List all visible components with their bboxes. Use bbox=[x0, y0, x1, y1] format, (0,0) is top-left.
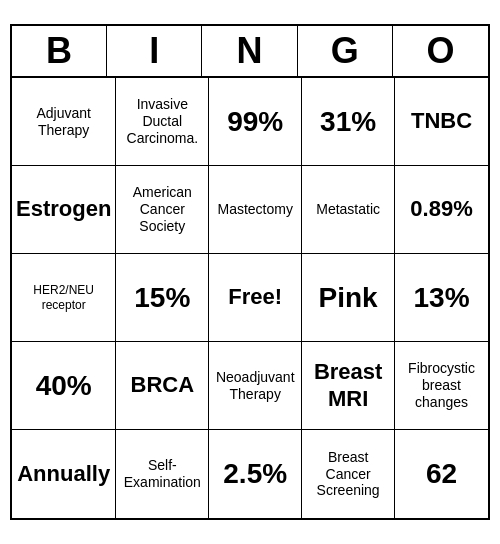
bingo-cell: Breast Cancer Screening bbox=[302, 430, 395, 518]
bingo-cell: BRCA bbox=[116, 342, 209, 430]
bingo-cell: Self-Examination bbox=[116, 430, 209, 518]
bingo-cell: 40% bbox=[12, 342, 116, 430]
header-letter: G bbox=[298, 26, 393, 76]
bingo-card: BINGO Adjuvant TherapyInvasive Ductal Ca… bbox=[10, 24, 490, 520]
bingo-cell: 15% bbox=[116, 254, 209, 342]
header-letter: O bbox=[393, 26, 488, 76]
bingo-cell: Mastectomy bbox=[209, 166, 302, 254]
bingo-cell: American Cancer Society bbox=[116, 166, 209, 254]
bingo-cell: 31% bbox=[302, 78, 395, 166]
bingo-cell: Invasive Ductal Carcinoma. bbox=[116, 78, 209, 166]
header-letter: B bbox=[12, 26, 107, 76]
bingo-header: BINGO bbox=[12, 26, 488, 78]
bingo-cell: HER2/NEU receptor bbox=[12, 254, 116, 342]
bingo-cell: 62 bbox=[395, 430, 488, 518]
header-letter: N bbox=[202, 26, 297, 76]
bingo-cell: Annually bbox=[12, 430, 116, 518]
bingo-cell: 99% bbox=[209, 78, 302, 166]
bingo-cell: Adjuvant Therapy bbox=[12, 78, 116, 166]
header-letter: I bbox=[107, 26, 202, 76]
bingo-cell: Breast MRI bbox=[302, 342, 395, 430]
bingo-cell: Metastatic bbox=[302, 166, 395, 254]
bingo-grid: Adjuvant TherapyInvasive Ductal Carcinom… bbox=[12, 78, 488, 518]
bingo-cell: Free! bbox=[209, 254, 302, 342]
bingo-cell: 2.5% bbox=[209, 430, 302, 518]
bingo-cell: Fibrocystic breast changes bbox=[395, 342, 488, 430]
bingo-cell: Neoadjuvant Therapy bbox=[209, 342, 302, 430]
bingo-cell: Estrogen bbox=[12, 166, 116, 254]
bingo-cell: 0.89% bbox=[395, 166, 488, 254]
bingo-cell: TNBC bbox=[395, 78, 488, 166]
bingo-cell: 13% bbox=[395, 254, 488, 342]
bingo-cell: Pink bbox=[302, 254, 395, 342]
